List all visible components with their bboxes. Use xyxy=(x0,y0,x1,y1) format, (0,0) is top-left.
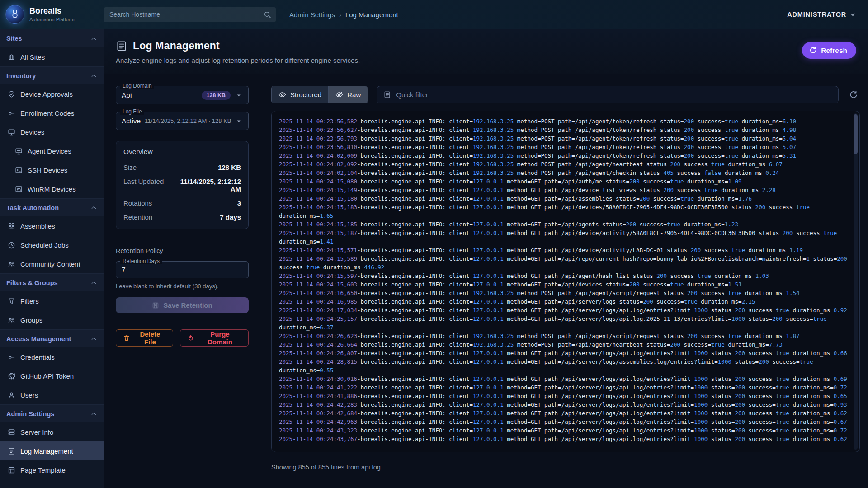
sidebar-item-label: Page Template xyxy=(20,466,66,474)
sidebar-section-inventory[interactable]: Inventory xyxy=(0,66,104,84)
log-line: 2025-11-14 00:24:26,664-borealis.engine.… xyxy=(279,340,849,349)
sidebar-item-device-approvals[interactable]: Device Approvals xyxy=(0,84,104,103)
sidebar: SitesAll SitesInventoryDevice ApprovalsE… xyxy=(0,29,104,488)
log-viewer[interactable]: 2025-11-14 00:23:56,582-borealis.engine.… xyxy=(271,111,860,452)
overview-row-label: Retention xyxy=(123,213,152,221)
purge-domain-button[interactable]: Purge Domain xyxy=(180,329,249,347)
retention-days-input[interactable] xyxy=(122,266,243,274)
hostname-search xyxy=(104,7,276,22)
sidebar-item-scheduled-jobs[interactable]: Scheduled Jobs xyxy=(0,235,104,254)
eye-off-icon xyxy=(335,91,343,99)
overview-row-value: 3 xyxy=(237,199,241,207)
log-refresh-button[interactable] xyxy=(847,89,860,101)
log-line: 2025-11-14 00:24:15,183-borealis.engine.… xyxy=(279,203,849,220)
retention-policy-title: Retention Policy xyxy=(116,247,249,254)
sidebar-item-label: Log Management xyxy=(20,447,73,455)
log-line: 2025-11-14 00:23:56,793-borealis.engine.… xyxy=(279,134,849,143)
danger-actions: Delete File Purge Domain xyxy=(116,329,249,347)
log-scrollbar-thumb[interactable] xyxy=(854,114,858,154)
save-retention-button[interactable]: Save Retention xyxy=(116,297,249,313)
sidebar-item-label: Credentials xyxy=(20,353,55,361)
chevron-up-icon xyxy=(90,410,98,418)
sidebar-section-filters-groups[interactable]: Filters & Groups xyxy=(0,273,104,291)
sidebar-item-page-template[interactable]: Page Template xyxy=(0,460,104,479)
view-mode-toggle: Structured Raw xyxy=(271,86,368,103)
log-viewer-panel: Structured Raw xyxy=(271,86,860,488)
overview-row-label: Last Updated xyxy=(123,178,164,185)
log-file-label: Log File xyxy=(120,108,144,115)
sidebar-item-devices[interactable]: Devices xyxy=(0,122,104,141)
sidebar-section-label: Access Management xyxy=(6,335,71,343)
sidebar-item-filters[interactable]: Filters xyxy=(0,291,104,310)
sidebar-item-groups[interactable]: Groups xyxy=(0,310,104,329)
page-subtitle: Analyze engine logs and adjust log reten… xyxy=(116,56,360,64)
log-controls-panel: Log Domain Api 128 KB Log File Active 11… xyxy=(116,86,249,488)
chevron-up-icon xyxy=(90,35,98,42)
overview-rows: Size128 KBLast Updated11/14/2025, 2:12:1… xyxy=(123,160,241,224)
sidebar-item-all-sites[interactable]: All Sites xyxy=(0,47,104,66)
save-icon xyxy=(152,302,159,309)
sidebar-item-label: Community Content xyxy=(20,260,80,268)
log-line: 2025-11-14 00:24:42,684-borealis.engine.… xyxy=(279,409,849,418)
log-line: 2025-11-14 00:24:30,016-borealis.engine.… xyxy=(279,375,849,383)
sidebar-item-ssh-devices[interactable]: SSH Devices xyxy=(0,160,104,179)
sidebar-item-enrollment-codes[interactable]: Enrollment Codes xyxy=(0,103,104,122)
retention-helper-text: Leave blank to inherit default (30 days)… xyxy=(116,283,249,290)
brand-name: Borealis xyxy=(29,7,75,16)
retention-days-label: Retention Days xyxy=(120,258,162,264)
brand-tagline: Automation Platform xyxy=(29,17,75,22)
flame-icon xyxy=(187,334,194,342)
sidebar-item-users[interactable]: Users xyxy=(0,385,104,404)
sidebar-item-label: Filters xyxy=(20,297,39,305)
log-scrollbar-track[interactable] xyxy=(854,113,858,450)
refresh-button[interactable]: Refresh xyxy=(802,42,856,59)
delete-file-button[interactable]: Delete File xyxy=(116,329,173,347)
breadcrumb-admin-settings[interactable]: Admin Settings xyxy=(289,11,335,19)
sidebar-item-server-info[interactable]: Server Info xyxy=(0,422,104,441)
community-content-icon xyxy=(8,260,15,268)
sidebar-section-label: Filters & Groups xyxy=(6,279,58,286)
sidebar-item-label: Assemblies xyxy=(20,222,55,230)
sidebar-section-sites[interactable]: Sites xyxy=(0,29,104,47)
assemblies-icon xyxy=(8,222,15,230)
chevron-up-icon xyxy=(90,335,98,343)
devices-icon xyxy=(8,128,15,136)
log-line: 2025-11-14 00:24:15,180-borealis.engine.… xyxy=(279,194,849,203)
sidebar-section-admin-settings[interactable]: Admin Settings xyxy=(0,404,104,422)
sidebar-item-github-api-token[interactable]: GitHub API Token xyxy=(0,366,104,385)
log-file-select[interactable]: Log File Active 11/14/2025, 2:12:12 AM ·… xyxy=(116,112,249,130)
page-header: Log Management Analyze engine logs and a… xyxy=(104,29,868,74)
sidebar-item-winrm-devices[interactable]: WinRM Devices xyxy=(0,179,104,198)
sidebar-section-access-management[interactable]: Access Management xyxy=(0,329,104,347)
breadcrumb-log-management[interactable]: Log Management xyxy=(345,11,398,19)
device-approvals-icon xyxy=(8,90,15,98)
sidebar-item-agent-devices[interactable]: Agent Devices xyxy=(0,141,104,160)
user-menu-button[interactable]: ADMINISTRATOR xyxy=(787,11,856,18)
sidebar-item-assemblies[interactable]: Assemblies xyxy=(0,216,104,235)
eye-icon xyxy=(278,91,286,99)
log-line: 2025-11-14 00:24:43,767-borealis.engine.… xyxy=(279,435,849,443)
raw-view-button[interactable]: Raw xyxy=(328,86,368,103)
sidebar-item-label: Groups xyxy=(20,316,42,324)
sidebar-item-community-content[interactable]: Community Content xyxy=(0,254,104,273)
sidebar-item-credentials[interactable]: Credentials xyxy=(0,347,104,366)
breadcrumb-separator: › xyxy=(339,11,341,19)
overview-title: Overview xyxy=(123,148,241,156)
log-domain-select[interactable]: Log Domain Api 128 KB xyxy=(116,86,249,104)
quick-filter-input[interactable] xyxy=(396,91,832,99)
brand[interactable]: Borealis Automation Platform xyxy=(5,5,104,24)
users-icon xyxy=(8,391,15,399)
refresh-icon xyxy=(809,47,817,54)
retention-days-field[interactable]: Retention Days xyxy=(116,261,249,278)
sidebar-item-log-management[interactable]: Log Management xyxy=(0,441,104,460)
overview-row-retention: Retention7 days xyxy=(123,210,241,224)
credentials-icon xyxy=(8,353,15,361)
structured-view-button[interactable]: Structured xyxy=(272,86,328,103)
log-line: 2025-11-14 00:24:15,589-borealis.engine.… xyxy=(279,254,849,272)
page-title: Log Management xyxy=(133,40,220,52)
server-info-icon xyxy=(8,428,15,436)
chevron-up-icon xyxy=(90,204,98,211)
sidebar-section-task-automation[interactable]: Task Automation xyxy=(0,198,104,216)
overview-row-label: Size xyxy=(123,164,137,171)
search-input[interactable] xyxy=(104,7,276,22)
